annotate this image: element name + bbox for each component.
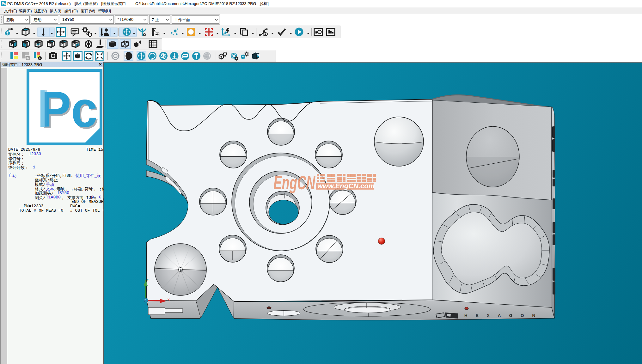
svg-text:www.EngCN.com: www.EngCN.com [317,182,375,190]
svg-text:HEXAGON: HEXAGON [464,313,543,318]
svg-text:X: X [168,298,170,301]
svg-text:Y: Y [147,278,149,282]
svg-text:EngCN: EngCN [273,172,315,193]
svg-text:Pc: Pc [39,81,97,137]
